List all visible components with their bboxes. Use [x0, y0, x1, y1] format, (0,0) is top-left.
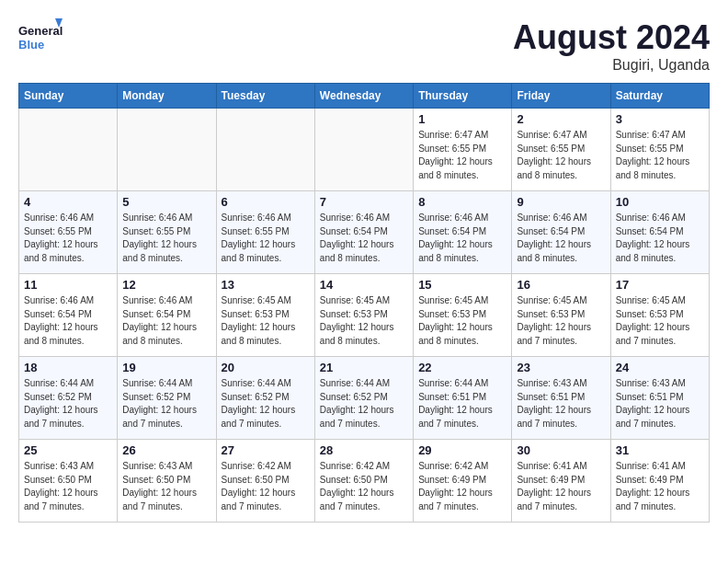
day-info: Sunrise: 6:42 AM Sunset: 6:49 PM Dayligh…: [418, 460, 506, 513]
day-info: Sunrise: 6:43 AM Sunset: 6:50 PM Dayligh…: [24, 460, 112, 513]
calendar-cell: 16Sunrise: 6:45 AM Sunset: 6:53 PM Dayli…: [512, 274, 610, 357]
day-number: 21: [320, 361, 408, 374]
day-number: 17: [616, 278, 704, 292]
day-number: 7: [320, 195, 408, 209]
day-info: Sunrise: 6:45 AM Sunset: 6:53 PM Dayligh…: [517, 294, 605, 348]
page-header: General Blue August 2024 Bugiri, Uganda: [18, 18, 710, 74]
day-number: 18: [24, 361, 112, 374]
day-number: 28: [320, 443, 408, 457]
day-number: 31: [616, 443, 704, 457]
day-info: Sunrise: 6:41 AM Sunset: 6:49 PM Dayligh…: [616, 460, 704, 513]
calendar-cell: 11Sunrise: 6:46 AM Sunset: 6:54 PM Dayli…: [19, 274, 118, 357]
day-number: 25: [24, 443, 112, 457]
calendar-cell: 7Sunrise: 6:46 AM Sunset: 6:54 PM Daylig…: [314, 191, 413, 274]
day-info: Sunrise: 6:46 AM Sunset: 6:55 PM Dayligh…: [24, 212, 112, 265]
day-info: Sunrise: 6:41 AM Sunset: 6:49 PM Dayligh…: [517, 460, 605, 513]
weekday-header-wednesday: Wednesday: [314, 84, 413, 109]
day-info: Sunrise: 6:46 AM Sunset: 6:54 PM Dayligh…: [418, 212, 506, 265]
day-info: Sunrise: 6:45 AM Sunset: 6:53 PM Dayligh…: [418, 294, 506, 348]
calendar-cell: 5Sunrise: 6:46 AM Sunset: 6:55 PM Daylig…: [118, 191, 216, 274]
weekday-header-friday: Friday: [512, 84, 610, 109]
calendar-cell: 31Sunrise: 6:41 AM Sunset: 6:49 PM Dayli…: [610, 440, 709, 523]
calendar-cell: 2Sunrise: 6:47 AM Sunset: 6:55 PM Daylig…: [512, 109, 610, 191]
day-info: Sunrise: 6:46 AM Sunset: 6:55 PM Dayligh…: [122, 212, 210, 265]
calendar-cell: 3Sunrise: 6:47 AM Sunset: 6:55 PM Daylig…: [610, 109, 709, 191]
calendar-cell: 8Sunrise: 6:46 AM Sunset: 6:54 PM Daylig…: [414, 191, 512, 274]
calendar-cell: 26Sunrise: 6:43 AM Sunset: 6:50 PM Dayli…: [118, 440, 216, 523]
day-number: 4: [24, 195, 112, 209]
calendar-cell: 1Sunrise: 6:47 AM Sunset: 6:55 PM Daylig…: [414, 109, 512, 191]
weekday-header-sunday: Sunday: [19, 84, 118, 109]
calendar-week-row: 4Sunrise: 6:46 AM Sunset: 6:55 PM Daylig…: [19, 191, 710, 274]
day-number: 5: [122, 195, 210, 209]
day-info: Sunrise: 6:46 AM Sunset: 6:54 PM Dayligh…: [122, 294, 210, 348]
day-info: Sunrise: 6:44 AM Sunset: 6:52 PM Dayligh…: [122, 377, 210, 431]
calendar-cell: [216, 109, 314, 191]
day-number: 20: [222, 361, 310, 374]
calendar-cell: 18Sunrise: 6:44 AM Sunset: 6:52 PM Dayli…: [19, 357, 118, 440]
weekday-header-monday: Monday: [118, 84, 216, 109]
day-number: 2: [517, 112, 605, 126]
day-number: 24: [616, 361, 704, 374]
calendar-cell: 23Sunrise: 6:43 AM Sunset: 6:51 PM Dayli…: [512, 357, 610, 440]
location-subtitle: Bugiri, Uganda: [513, 57, 710, 74]
logo-svg: General Blue: [18, 18, 64, 60]
calendar-week-row: 1Sunrise: 6:47 AM Sunset: 6:55 PM Daylig…: [19, 109, 710, 191]
day-info: Sunrise: 6:46 AM Sunset: 6:54 PM Dayligh…: [616, 212, 704, 265]
day-info: Sunrise: 6:45 AM Sunset: 6:53 PM Dayligh…: [616, 294, 704, 348]
day-info: Sunrise: 6:46 AM Sunset: 6:54 PM Dayligh…: [24, 294, 112, 348]
calendar-cell: 19Sunrise: 6:44 AM Sunset: 6:52 PM Dayli…: [118, 357, 216, 440]
calendar-cell: 9Sunrise: 6:46 AM Sunset: 6:54 PM Daylig…: [512, 191, 610, 274]
calendar-cell: 14Sunrise: 6:45 AM Sunset: 6:53 PM Dayli…: [314, 274, 413, 357]
calendar-cell: 10Sunrise: 6:46 AM Sunset: 6:54 PM Dayli…: [610, 191, 709, 274]
calendar-cell: 17Sunrise: 6:45 AM Sunset: 6:53 PM Dayli…: [610, 274, 709, 357]
day-number: 29: [418, 443, 506, 457]
day-number: 26: [122, 443, 210, 457]
month-year-title: August 2024: [513, 18, 710, 57]
day-info: Sunrise: 6:46 AM Sunset: 6:55 PM Dayligh…: [222, 212, 310, 265]
calendar-cell: 15Sunrise: 6:45 AM Sunset: 6:53 PM Dayli…: [414, 274, 512, 357]
day-number: 19: [122, 361, 210, 374]
day-info: Sunrise: 6:43 AM Sunset: 6:51 PM Dayligh…: [616, 377, 704, 431]
calendar-cell: 20Sunrise: 6:44 AM Sunset: 6:52 PM Dayli…: [216, 357, 314, 440]
day-number: 1: [418, 112, 506, 126]
calendar-cell: [19, 109, 118, 191]
weekday-header-thursday: Thursday: [414, 84, 512, 109]
day-info: Sunrise: 6:47 AM Sunset: 6:55 PM Dayligh…: [418, 129, 506, 182]
day-number: 12: [122, 278, 210, 292]
day-info: Sunrise: 6:45 AM Sunset: 6:53 PM Dayligh…: [320, 294, 408, 348]
day-info: Sunrise: 6:44 AM Sunset: 6:52 PM Dayligh…: [222, 377, 310, 431]
day-number: 14: [320, 278, 408, 292]
day-info: Sunrise: 6:42 AM Sunset: 6:50 PM Dayligh…: [320, 460, 408, 513]
calendar-cell: 12Sunrise: 6:46 AM Sunset: 6:54 PM Dayli…: [118, 274, 216, 357]
day-info: Sunrise: 6:44 AM Sunset: 6:52 PM Dayligh…: [320, 377, 408, 431]
calendar-cell: [118, 109, 216, 191]
calendar-cell: 24Sunrise: 6:43 AM Sunset: 6:51 PM Dayli…: [610, 357, 709, 440]
day-info: Sunrise: 6:47 AM Sunset: 6:55 PM Dayligh…: [517, 129, 605, 182]
day-info: Sunrise: 6:46 AM Sunset: 6:54 PM Dayligh…: [517, 212, 605, 265]
day-number: 30: [517, 443, 605, 457]
calendar-cell: [314, 109, 413, 191]
day-number: 10: [616, 195, 704, 209]
day-number: 3: [616, 112, 704, 126]
calendar-week-row: 11Sunrise: 6:46 AM Sunset: 6:54 PM Dayli…: [19, 274, 710, 357]
calendar-cell: 27Sunrise: 6:42 AM Sunset: 6:50 PM Dayli…: [216, 440, 314, 523]
day-info: Sunrise: 6:43 AM Sunset: 6:50 PM Dayligh…: [122, 460, 210, 513]
calendar-cell: 29Sunrise: 6:42 AM Sunset: 6:49 PM Dayli…: [414, 440, 512, 523]
svg-text:Blue: Blue: [18, 38, 44, 52]
calendar-week-row: 25Sunrise: 6:43 AM Sunset: 6:50 PM Dayli…: [19, 440, 710, 523]
day-number: 23: [517, 361, 605, 374]
calendar-week-row: 18Sunrise: 6:44 AM Sunset: 6:52 PM Dayli…: [19, 357, 710, 440]
calendar-cell: 28Sunrise: 6:42 AM Sunset: 6:50 PM Dayli…: [314, 440, 413, 523]
day-number: 11: [24, 278, 112, 292]
calendar-cell: 21Sunrise: 6:44 AM Sunset: 6:52 PM Dayli…: [314, 357, 413, 440]
svg-text:General: General: [18, 24, 63, 38]
calendar-cell: 22Sunrise: 6:44 AM Sunset: 6:51 PM Dayli…: [414, 357, 512, 440]
day-info: Sunrise: 6:44 AM Sunset: 6:51 PM Dayligh…: [418, 377, 506, 431]
day-info: Sunrise: 6:44 AM Sunset: 6:52 PM Dayligh…: [24, 377, 112, 431]
day-number: 8: [418, 195, 506, 209]
day-number: 22: [418, 361, 506, 374]
title-block: August 2024 Bugiri, Uganda: [513, 18, 710, 74]
day-number: 15: [418, 278, 506, 292]
day-info: Sunrise: 6:45 AM Sunset: 6:53 PM Dayligh…: [222, 294, 310, 348]
